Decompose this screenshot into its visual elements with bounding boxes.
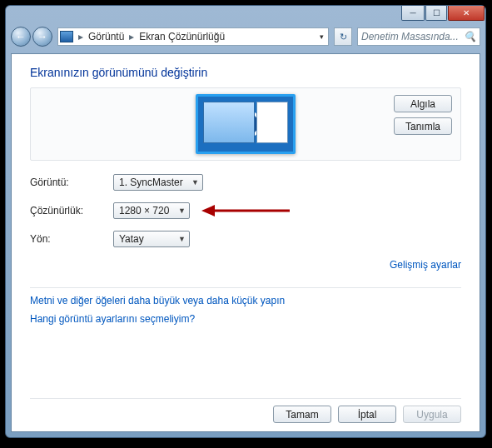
identify-button[interactable]: Tanımla — [394, 117, 452, 135]
resolution-label: Çözünürlük: — [30, 205, 113, 217]
page-title: Ekranınızın görünümünü değiştirin — [30, 66, 461, 79]
address-bar[interactable]: ▸ Görüntü ▸ Ekran Çözünürlüğü ▾ — [57, 27, 329, 46]
search-placeholder: Denetim Masasında... — [361, 31, 460, 42]
content-area: Ekranınızın görünümünü değiştirin 1 Algı… — [11, 53, 480, 432]
monitor-window-icon — [256, 102, 288, 143]
orientation-select[interactable]: Yatay ▼ — [113, 231, 190, 247]
monitor-desktop-icon — [203, 102, 255, 143]
text-size-link[interactable]: Metni ve diğer öğeleri daha büyük veya d… — [30, 295, 285, 306]
navbar: ← → ▸ Görüntü ▸ Ekran Çözünürlüğü ▾ ↻ De… — [11, 24, 480, 49]
which-settings-link[interactable]: Hangi görüntü ayarlarını seçmeliyim? — [30, 313, 195, 325]
breadcrumb-item[interactable]: Ekran Çözünürlüğü — [139, 31, 225, 42]
advanced-settings-link[interactable]: Gelişmiş ayarlar — [390, 259, 461, 271]
window-controls: ─ ☐ ✕ — [401, 6, 485, 21]
resolution-value: 1280 × 720 — [119, 205, 169, 217]
separator — [30, 287, 461, 288]
monitor-thumbnail[interactable]: 1 — [196, 94, 296, 154]
maximize-button[interactable]: ☐ — [425, 6, 447, 21]
minimize-button[interactable]: ─ — [401, 6, 425, 21]
orientation-label: Yön: — [30, 233, 113, 245]
footer-buttons: Tamam İptal Uygula — [30, 398, 461, 423]
window: ─ ☐ ✕ ← → ▸ Görüntü ▸ Ekran Çözünürlüğü … — [5, 5, 486, 438]
search-input[interactable]: Denetim Masasında... 🔍 — [357, 27, 480, 46]
cancel-button[interactable]: İptal — [338, 406, 396, 423]
apply-button[interactable]: Uygula — [403, 406, 461, 423]
resolution-select[interactable]: 1280 × 720 ▼ — [113, 202, 190, 219]
orientation-value: Yatay — [119, 233, 144, 245]
forward-button[interactable]: → — [32, 27, 52, 47]
display-select[interactable]: 1. SyncMaster ▼ — [113, 174, 203, 191]
close-button[interactable]: ✕ — [448, 6, 485, 21]
monitor-side-buttons: Algıla Tanımla — [394, 95, 452, 135]
display-label: Görüntü: — [30, 177, 113, 188]
resolution-row: Çözünürlük: 1280 × 720 ▼ — [30, 202, 461, 219]
breadcrumb-sep: ▸ — [77, 31, 85, 42]
nav-arrows: ← → — [11, 27, 52, 47]
monitor-preview-section: 1 Algıla Tanımla — [30, 87, 461, 161]
address-dropdown-icon[interactable]: ▾ — [317, 32, 326, 41]
orientation-row: Yön: Yatay ▼ — [30, 231, 461, 247]
breadcrumb-sep: ▸ — [127, 31, 136, 42]
chevron-down-icon: ▼ — [191, 178, 199, 187]
breadcrumb-item[interactable]: Görüntü — [88, 31, 124, 42]
detect-button[interactable]: Algıla — [394, 95, 452, 112]
control-panel-icon — [60, 31, 73, 42]
titlebar: ─ ☐ ✕ — [6, 6, 485, 24]
ok-button[interactable]: Tamam — [273, 406, 331, 423]
chevron-down-icon: ▼ — [178, 207, 186, 215]
display-value: 1. SyncMaster — [119, 177, 183, 188]
back-button[interactable]: ← — [11, 27, 31, 47]
display-row: Görüntü: 1. SyncMaster ▼ — [30, 174, 461, 191]
red-arrow-annotation — [200, 205, 286, 217]
search-icon: 🔍 — [464, 31, 476, 42]
refresh-button[interactable]: ↻ — [334, 27, 352, 46]
chevron-down-icon: ▼ — [178, 235, 186, 243]
svg-marker-1 — [201, 205, 215, 217]
